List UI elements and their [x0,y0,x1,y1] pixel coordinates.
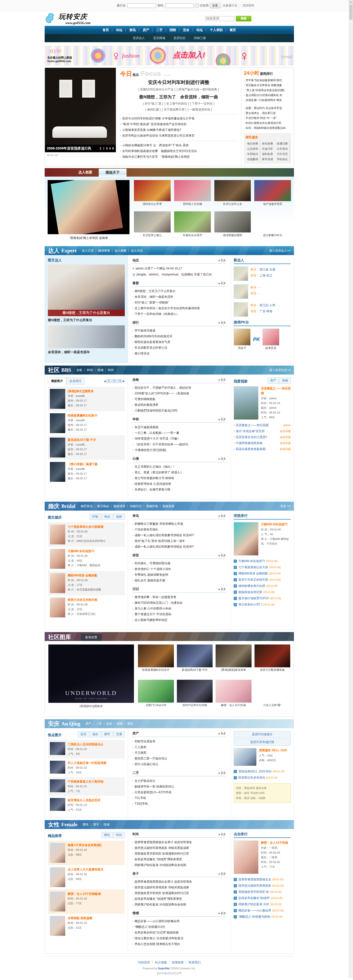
post-title[interactable]: 《第11宫殿》高清下载 [68,462,98,467]
post-title[interactable]: 欧美超震撼科幻纪录片 [68,413,98,418]
avatar[interactable] [234,284,248,299]
article-title[interactable]: 蹲家MM变身 金靴绝配 [68,573,101,578]
item-link[interactable]: 紫东苑三室一厅低价转让 [135,757,168,760]
rank-link[interactable]: 郑元畅多才吴尊善良 细数偶像 [245,84,282,87]
item-link[interactable]: 史上最牛的回信！南京的大学生给居民的暴强回复 [135,307,200,310]
news-title[interactable]: 工商执法人员沿街现场办公 [68,742,103,747]
password-input[interactable] [165,3,194,8]
item-link[interactable]: 怀宁标准话速递 [135,329,155,332]
more-link[interactable]: 更多 [218,832,226,836]
service-link[interactable]: 移动资费 [260,141,275,146]
service-link[interactable]: 常用电话 [245,151,260,157]
item-link[interactable]: 可爱的猫咪图集 [135,398,155,401]
scrollbar-up-icon[interactable]: ▲ [349,0,353,4]
rank-link[interactable]: 珠宝保养的小窍门 [238,601,262,608]
featured-photo[interactable] [47,180,130,234]
anqing-menu-item[interactable]: 黄页 [125,722,135,726]
featured-photo-caption[interactable]: “蔷薇老妈”网上发艳照 追随者 [47,236,130,240]
rank-link[interactable]: 恩师李修贤指周星驰太会 [238,877,271,883]
footer-link[interactable]: 站点地图 [153,961,169,964]
item-link[interactable]: “糖醋恋人”的甜蜜213天 [135,925,165,929]
bridal-menu-item[interactable]: 珠宝饰品 [95,504,111,508]
rank-link[interactable]: 君生我未生，我生君已老 [245,111,275,115]
bbs-menu-item[interactable]: 杂烩 [74,368,85,372]
gallery-big-poster[interactable]: UNDERWORLD RISE OF THE LYCANS [48,644,134,703]
featured-post-title[interactable]: 安庆楼盘之——世纪花园 [261,386,291,396]
photo-thumb[interactable] [134,212,171,232]
item-link[interactable]: 下辈子一定和你结婚（经典感人） [135,312,179,316]
article-title[interactable]: 冬季搭配 甜美显瘦 [68,916,92,921]
expert-menu-item[interactable]: 达人相册 [112,248,129,253]
scrollbar-thumb[interactable] [350,5,353,20]
rank-link[interactable]: 孙燕姿男友曝光“胡须男” [238,895,270,901]
author-value[interactable]: wswdfk [76,443,85,446]
anqing-tab[interactable]: 安庆 [78,731,89,737]
bbs-menu-item[interactable]: 80后 [85,368,95,372]
nav-item[interactable]: 资讯 [126,28,139,32]
more-link[interactable]: 更多 [218,587,226,591]
item-link[interactable]: 女士护肤品转让 [135,779,155,783]
nav-item[interactable]: 个人求职 [206,28,226,32]
service-link[interactable]: 手机地址 [275,157,290,162]
more-link[interactable]: 更多 [218,457,226,461]
item-link[interactable]: 最浪漫的事：和你一起慢慢变老 [135,595,176,599]
search-button[interactable]: 搜索 [236,16,251,21]
article-thumbnail[interactable] [50,843,65,863]
female-tab[interactable]: 时尚 [113,832,125,838]
article-title[interactable]: 偷看A片男女各有所爱(图) [68,843,102,848]
author-value[interactable]: wswdfk [76,468,85,470]
subnav-item[interactable]: 安庆社区 [174,36,185,40]
item-link[interactable]: 小動物們洗澡時囧照大集合[13P] [135,409,177,412]
article-thumbnail[interactable] [50,916,65,936]
item-link[interactable]: 验证码的最高境界 [135,403,158,407]
pk-game-right-label[interactable]: 奴隶买卖 [263,346,279,350]
post-thumbnail[interactable] [50,462,65,482]
rank-link[interactable]: 方脸MM 的化妆技巧 [238,558,265,564]
item-link[interactable]: 经典哲理放送 心灵鸡汤语录 [135,482,171,485]
rank-link[interactable]: “男人装”封面美女的真实面目[图] [245,89,284,92]
service-link[interactable]: 家常菜谱 [260,157,275,162]
photo-caption[interactable]: 老汉家藏70年宝 [254,234,291,237]
news-link[interactable]: 小猫排水槽被困10来天 众 西湖龙井“下”枝头 茶农 [122,143,189,147]
expert-featured-caption[interactable]: 最N猜想，王菲为了什么而复出 [48,318,125,322]
carousel-image[interactable] [45,68,116,145]
service-link[interactable]: 万年日历 [275,151,290,157]
dynamic-link[interactable]: jiangdy、admin1、maziyeshuai、垃圾网站 开通了自己的 [136,273,212,276]
item-link[interactable]: 成都一私人婚礼堪比明星豪华演唱会 耗资40? [135,533,194,537]
rank-link[interactable]: 央视直播一行标题错两字 网友 [245,99,282,102]
item-link[interactable]: 四方小院诚心转让 [135,762,158,766]
board-author[interactable]: 如虎添翼 [278,434,291,440]
bbs-enter-link[interactable]: 进入安庆社区>> [269,368,290,372]
more-link[interactable]: 更多 [218,282,226,285]
item-link[interactable]: 触摸屏手机一部 经典拍卖转让 [135,785,174,788]
anqing-menu-item[interactable]: 交友 [104,722,114,726]
article-title[interactable]: 方脸MM 的化妆技巧 [68,549,100,554]
poster-caption[interactable]: 小女人怎样“暖” [255,703,290,707]
item-link[interactable]: 最心情诉说 [135,352,150,355]
poster-thumb[interactable] [177,680,213,703]
item-link[interactable]: 情深义重的老公 冷冻老婆18年盼复活 [135,937,184,940]
board-link[interactable]: 四连垃圾房改造新家园 [236,446,266,452]
item-link[interactable]: 常见搭配究竟怎样更心仪 [135,346,168,350]
tab-world-pics[interactable]: 图说天下 [99,169,127,177]
service-link[interactable]: 公交查询 [245,146,260,151]
rank-link[interactable]: 街拍：韩国MM逛街甜美搭配法则 [245,126,285,129]
bridal-menu-item[interactable]: 结婚日记 [128,504,144,508]
item-link[interactable]: 冬季婚礼 新娘保暖有妙招 [135,573,168,576]
bridal-tab[interactable]: 护肤 [90,514,101,520]
hometown-value[interactable]: 迎江区-人民 [260,304,275,307]
item-link[interactable]: 想过好日子，不想破产的中国人，都好好读 [135,386,191,390]
nav-item[interactable]: 论坛 [112,28,126,32]
item-link[interactable]: 阿娇离沪轻松返港 冷对陈冠希自杀传闻 [135,863,186,867]
nav-item[interactable]: 交友 [180,28,193,32]
poster-caption[interactable]: 赤壁(下) Red Clif [138,703,174,707]
news-link[interactable]: 安庆市民赴台旅游申请启动 马来西亚投资公司主席来宜 [122,134,195,137]
item-link[interactable]: 对付“狼人” 就要“一招制敌” [135,301,169,304]
more-link[interactable]: 更多 [218,321,226,325]
rank-link[interactable]: 牛皮沙发的“四忌”与“一清” [245,116,277,119]
tab-car-market[interactable]: 安庆汽车市场行情 [234,739,291,746]
bridal-tab[interactable]: 饰品 [101,514,113,520]
bbs-menu-item[interactable]: 时尚 [106,368,116,372]
subnav-item[interactable]: 安庆达人 [133,36,145,40]
nav-item[interactable]: 二手 [153,28,166,32]
